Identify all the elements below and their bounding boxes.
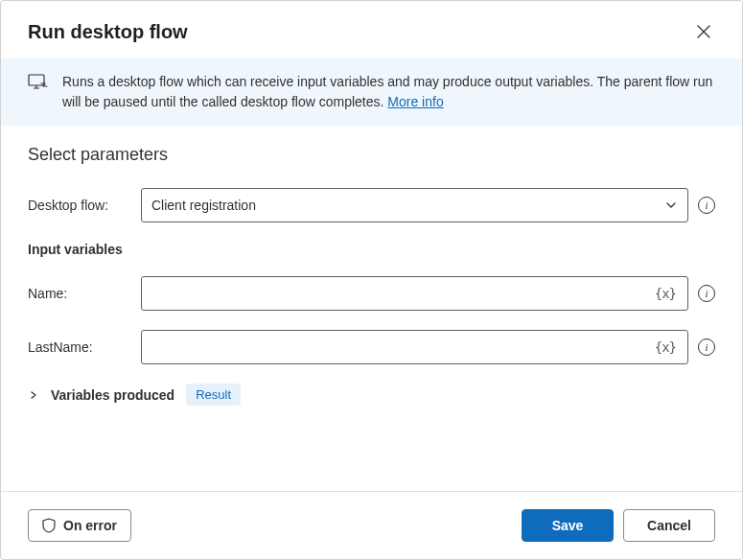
input-name-field[interactable]: {x} — [141, 276, 688, 311]
on-error-label: On error — [63, 518, 117, 533]
close-icon — [696, 24, 711, 39]
info-icon[interactable]: i — [698, 338, 715, 356]
shield-icon — [42, 518, 56, 533]
desktop-flow-label: Desktop flow: — [28, 198, 131, 213]
more-info-link[interactable]: More info — [387, 94, 443, 109]
variable-picker-icon[interactable]: {x} — [653, 284, 678, 303]
cancel-label: Cancel — [647, 518, 691, 533]
save-button[interactable]: Save — [522, 509, 614, 542]
input-lastname-field[interactable]: {x} — [141, 330, 688, 364]
chevron-down-icon — [664, 198, 678, 212]
info-icon[interactable]: i — [698, 285, 715, 302]
result-chip[interactable]: Result — [186, 384, 241, 406]
variable-picker-icon[interactable]: {x} — [653, 338, 678, 357]
input-lastname-value — [151, 340, 653, 354]
info-icon[interactable]: i — [698, 197, 715, 214]
variables-produced-label: Variables produced — [51, 387, 174, 403]
chevron-right-icon — [28, 389, 39, 401]
info-banner-text: Runs a desktop flow which can receive in… — [62, 72, 715, 112]
save-label: Save — [552, 518, 584, 533]
desktop-flow-select[interactable]: Client registration — [141, 188, 688, 222]
cancel-button[interactable]: Cancel — [623, 509, 715, 542]
input-name-label: Name: — [28, 286, 131, 301]
section-title: Select parameters — [28, 145, 715, 165]
variables-produced-toggle[interactable]: Variables produced Result — [28, 384, 715, 406]
desktop-flow-value: Client registration — [151, 198, 664, 213]
on-error-button[interactable]: On error — [28, 509, 131, 542]
info-banner: Runs a desktop flow which can receive in… — [1, 58, 742, 126]
dialog-title: Run desktop flow — [28, 21, 188, 43]
input-variables-heading: Input variables — [28, 242, 715, 257]
desktop-flow-icon — [28, 74, 49, 91]
input-lastname-label: LastName: — [28, 339, 131, 355]
input-name-value — [151, 287, 653, 300]
close-button[interactable] — [692, 20, 715, 43]
